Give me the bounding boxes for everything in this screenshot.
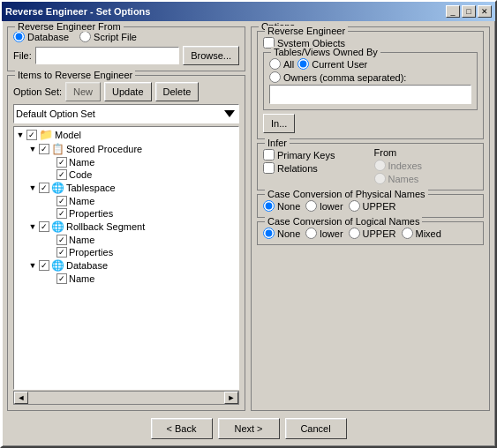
physical-lower-label[interactable]: lower <box>305 200 343 212</box>
browse-button[interactable]: Browse... <box>183 46 239 65</box>
tree-item[interactable]: ▼ ✓ 🌐 Rollback Segment <box>14 220 238 234</box>
tree-item[interactable]: ✓ Code <box>14 168 238 181</box>
tree-item[interactable]: ✓ Name <box>14 234 238 246</box>
database-radio-label[interactable]: Database <box>13 31 69 42</box>
primary-keys-checkbox[interactable] <box>263 149 275 161</box>
primary-keys-label[interactable]: Primary Keys <box>263 149 335 161</box>
all-label[interactable]: All <box>269 58 294 70</box>
tree-label: Code <box>69 169 92 180</box>
current-user-label[interactable]: Current User <box>297 58 367 70</box>
tree-label: Stored Procedure <box>66 144 142 154</box>
option-set-select[interactable]: Default Option Set <box>13 104 239 123</box>
expand-icon <box>46 235 55 244</box>
expand-icon[interactable]: ▼ <box>28 222 37 231</box>
tree-item[interactable]: ✓ Name <box>14 273 238 285</box>
new-button[interactable]: New <box>65 82 101 101</box>
scroll-right-btn[interactable]: ► <box>224 392 238 404</box>
expand-icon <box>46 209 55 218</box>
database-radio[interactable] <box>13 31 25 42</box>
tree-label: Name <box>69 157 94 168</box>
relations-label[interactable]: Relations <box>263 162 318 174</box>
update-button[interactable]: Update <box>104 82 151 101</box>
in-button[interactable]: In... <box>263 114 295 133</box>
logical-lower-label[interactable]: lower <box>305 228 343 239</box>
folder-icon: 📁 <box>39 128 53 141</box>
checkbox-ts-name[interactable]: ✓ <box>56 196 67 206</box>
physical-lower-radio[interactable] <box>305 200 317 212</box>
maximize-button[interactable]: □ <box>462 5 476 18</box>
delete-button[interactable]: Delete <box>155 82 200 101</box>
tree-item[interactable]: ✓ Properties <box>14 246 238 258</box>
expand-icon[interactable]: ▼ <box>28 261 37 270</box>
checkbox-rb-props[interactable]: ✓ <box>56 247 67 258</box>
infer-group: Infer Primary Keys <box>257 143 484 190</box>
indexes-row: Indexes <box>374 160 478 171</box>
tree-item[interactable]: ✓ Name <box>14 195 238 207</box>
close-button[interactable]: ✕ <box>478 5 492 18</box>
checkbox-db[interactable]: ✓ <box>39 260 49 271</box>
script-radio[interactable] <box>79 31 91 42</box>
re-subgroup-label: Reverse Engineer <box>265 26 348 36</box>
tree-item[interactable]: ▼ ✓ 📋 Stored Procedure <box>14 142 238 156</box>
re-subgroup: Reverse Engineer System Objects Tables/V… <box>257 31 484 139</box>
main-window: Reverse Engineer - Set Options _ □ ✕ Rev… <box>0 0 497 448</box>
owned-by-row: All Current User <box>269 58 471 70</box>
all-radio[interactable] <box>269 58 281 70</box>
primary-keys-row: Primary Keys <box>263 149 367 161</box>
expand-icon[interactable]: ▼ <box>16 131 25 139</box>
checkbox-ts[interactable]: ✓ <box>39 183 49 193</box>
tree-item[interactable]: ▼ ✓ 📁 Model <box>14 127 238 142</box>
logical-upper-label[interactable]: UPPER <box>349 228 396 239</box>
expand-icon[interactable]: ▼ <box>28 183 37 192</box>
scroll-left-btn[interactable]: ◄ <box>14 392 28 404</box>
physical-none-radio[interactable] <box>263 200 275 212</box>
owners-radio[interactable] <box>269 71 281 83</box>
physical-upper-label[interactable]: UPPER <box>349 200 396 212</box>
tree-item[interactable]: ▼ ✓ 🌐 Database <box>14 258 238 273</box>
checkbox-model[interactable]: ✓ <box>26 130 37 140</box>
checkbox-rb-name[interactable]: ✓ <box>56 235 67 245</box>
logical-lower-radio[interactable] <box>305 228 317 239</box>
checkbox-sp-code[interactable]: ✓ <box>56 169 67 180</box>
indexes-label[interactable]: Indexes <box>374 160 423 171</box>
tree-label: Database <box>66 260 108 271</box>
names-radio <box>374 173 386 184</box>
owners-input[interactable] <box>269 85 471 104</box>
checkbox-db-name[interactable]: ✓ <box>56 273 67 284</box>
physical-none-label[interactable]: None <box>263 200 300 212</box>
tree-item[interactable]: ▼ ✓ 🌐 Tablespace <box>14 181 238 195</box>
sphere-icon: 🌐 <box>51 220 64 233</box>
logical-mixed-radio[interactable] <box>402 228 413 239</box>
horizontal-scrollbar[interactable]: ◄ ► <box>13 391 239 405</box>
current-user-radio[interactable] <box>297 58 309 70</box>
owners-label[interactable]: Owners (comma separated): <box>269 71 406 83</box>
checkbox-rb[interactable]: ✓ <box>39 221 49 232</box>
script-radio-label[interactable]: Script File <box>79 31 137 42</box>
owners-row: Owners (comma separated): <box>269 71 471 83</box>
sphere-icon: 🌐 <box>51 182 64 194</box>
cancel-button[interactable]: Cancel <box>285 418 347 439</box>
tree-item[interactable]: ✓ Name <box>14 156 238 168</box>
infer-right: From Indexes <box>374 147 478 184</box>
checkbox-sp-name[interactable]: ✓ <box>56 157 67 168</box>
back-button[interactable]: < Back <box>151 418 213 439</box>
option-set-row: Option Set: New Update Delete <box>13 82 239 101</box>
logical-upper-radio[interactable] <box>349 228 360 239</box>
checkbox-sp[interactable]: ✓ <box>39 144 49 154</box>
logical-mixed-label[interactable]: Mixed <box>402 228 441 239</box>
case-physical-group: Case Conversion of Physical Names None l… <box>257 194 484 218</box>
names-label[interactable]: Names <box>374 173 419 184</box>
logical-none-radio[interactable] <box>263 228 275 239</box>
expand-icon[interactable]: ▼ <box>28 145 37 153</box>
minimize-button[interactable]: _ <box>446 5 460 18</box>
logical-none-label[interactable]: None <box>263 228 300 239</box>
tree-item[interactable]: ✓ Properties <box>14 207 238 220</box>
next-button[interactable]: Next > <box>218 418 280 439</box>
physical-upper-radio[interactable] <box>349 200 360 212</box>
checkbox-ts-props[interactable]: ✓ <box>56 208 67 219</box>
relations-checkbox[interactable] <box>263 162 275 174</box>
file-input[interactable] <box>35 47 179 64</box>
tree-container[interactable]: ▼ ✓ 📁 Model ▼ ✓ 📋 Stored Procedure <box>13 126 239 390</box>
from-label: From <box>374 147 478 158</box>
item-icon: 📋 <box>51 143 64 155</box>
